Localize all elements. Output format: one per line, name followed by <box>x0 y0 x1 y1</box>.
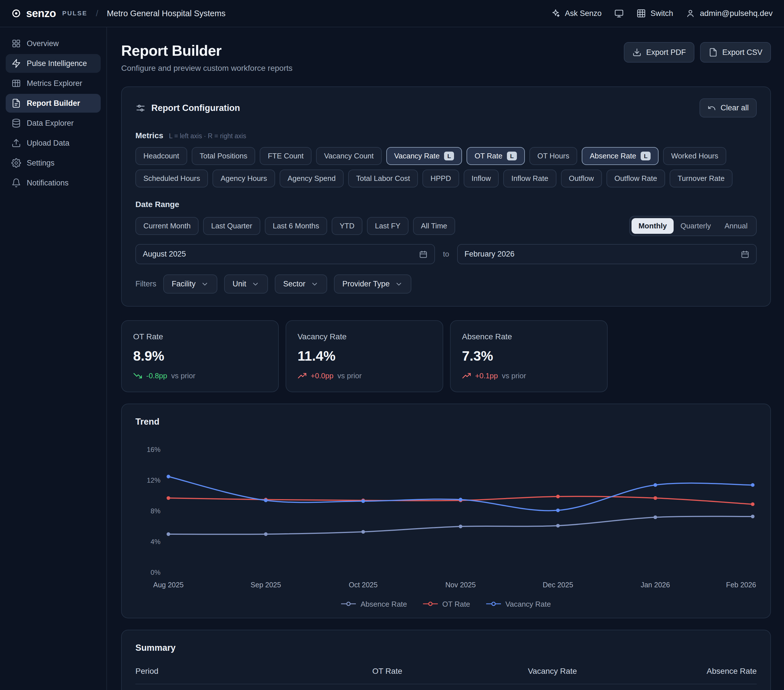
preset-current-month[interactable]: Current Month <box>135 217 199 235</box>
filter-unit[interactable]: Unit <box>224 275 268 293</box>
metric-chip-total-labor-cost[interactable]: Total Labor Cost <box>348 170 418 188</box>
chevron-down-icon <box>201 280 209 288</box>
report-configuration-card: Report Configuration Clear all Metrics L… <box>121 86 771 306</box>
metric-chip-outflow[interactable]: Outflow <box>561 170 602 188</box>
svg-text:Aug 2025: Aug 2025 <box>153 581 183 589</box>
metric-chip-label: Worked Hours <box>671 152 718 160</box>
metric-chip-outflow-rate[interactable]: Outflow Rate <box>606 170 665 188</box>
metric-chip-label: Absence Rate <box>590 152 636 160</box>
ask-senzo-button[interactable]: Ask Senzo <box>551 8 602 18</box>
metric-chip-label: Vacancy Count <box>324 152 374 160</box>
filter-sector[interactable]: Sector <box>275 275 327 293</box>
config-card-title: Report Configuration <box>152 103 240 113</box>
summary-title: Summary <box>135 643 757 653</box>
metric-chip-label: HPPD <box>430 174 451 183</box>
metric-chip-label: Vacancy Rate <box>394 152 440 160</box>
metric-chip-ot-hours[interactable]: OT Hours <box>529 147 577 165</box>
metric-chip-label: OT Hours <box>537 152 569 160</box>
date-presets: Current MonthLast QuarterLast 6 MonthsYT… <box>135 217 455 235</box>
kpi-card-absence-rate: Absence Rate7.3%+0.1ppvs prior <box>450 320 608 392</box>
metrics-section-label: Metrics L = left axis · R = right axis <box>135 131 757 140</box>
metric-chip-scheduled-hours[interactable]: Scheduled Hours <box>135 170 208 188</box>
sidebar-item-upload-data[interactable]: Upload Data <box>6 134 101 152</box>
metric-chip-hppd[interactable]: HPPD <box>422 170 459 188</box>
sidebar: OverviewPulse IntelligenceMetrics Explor… <box>0 27 107 690</box>
metric-chip-agency-spend[interactable]: Agency Spend <box>280 170 344 188</box>
metric-chip-ot-rate[interactable]: OT RateL <box>466 147 525 165</box>
sparkles-icon <box>551 8 560 18</box>
metric-chip-agency-hours[interactable]: Agency Hours <box>212 170 275 188</box>
metric-chip-turnover-rate[interactable]: Turnover Rate <box>670 170 733 188</box>
legend-item-vacancy-rate[interactable]: Vacancy Rate <box>486 600 551 609</box>
switch-button[interactable]: Switch <box>636 8 673 18</box>
sidebar-item-settings[interactable]: Settings <box>6 153 101 172</box>
preset-ytd[interactable]: YTD <box>332 217 362 235</box>
preset-last-quarter[interactable]: Last Quarter <box>203 217 260 235</box>
metric-chip-absence-rate[interactable]: Absence RateL <box>582 147 659 165</box>
data-point <box>751 483 755 487</box>
preset-last-fy[interactable]: Last FY <box>367 217 408 235</box>
preset-all-time[interactable]: All Time <box>413 217 455 235</box>
data-point <box>264 499 268 502</box>
metric-chip-label: Inflow <box>472 174 491 183</box>
granularity-annual[interactable]: Annual <box>718 218 754 234</box>
metric-chip-label: OT Rate <box>474 152 502 160</box>
filters-label: Filters <box>135 280 156 288</box>
filter-label: Unit <box>233 280 246 288</box>
date-range-label: Date Range <box>135 200 757 209</box>
sidebar-item-notifications[interactable]: Notifications <box>6 173 101 192</box>
sidebar-item-report-builder[interactable]: Report Builder <box>6 94 101 113</box>
preset-last-6-months[interactable]: Last 6 Months <box>265 217 327 235</box>
user-menu[interactable]: admin@pulsehq.dev <box>685 8 772 18</box>
granularity-quarterly[interactable]: Quarterly <box>674 218 718 234</box>
filter-provider-type[interactable]: Provider Type <box>334 275 411 293</box>
svg-text:8%: 8% <box>150 507 160 515</box>
sidebar-item-label: Metrics Explorer <box>27 79 82 88</box>
svg-text:Feb 2026: Feb 2026 <box>726 581 756 589</box>
metric-chip-label: Scheduled Hours <box>143 174 200 183</box>
sidebar-item-metrics-explorer[interactable]: Metrics Explorer <box>6 74 101 93</box>
metric-chip-inflow[interactable]: Inflow <box>464 170 499 188</box>
metric-chip-label: Total Labor Cost <box>356 174 410 183</box>
kpi-card-ot-rate: OT Rate8.9%-0.8ppvs prior <box>121 320 279 392</box>
metric-chip-worked-hours[interactable]: Worked Hours <box>663 147 726 165</box>
clear-all-button[interactable]: Clear all <box>700 99 757 117</box>
date-from-input[interactable]: August 2025 <box>135 244 435 264</box>
trend-up-icon <box>462 371 471 380</box>
filter-label: Facility <box>172 280 196 288</box>
display-button[interactable] <box>614 8 624 18</box>
export-pdf-button[interactable]: Export PDF <box>624 42 694 63</box>
kpi-cards: OT Rate8.9%-0.8ppvs priorVacancy Rate11.… <box>121 320 771 392</box>
series-line-vacancy-rate <box>168 477 753 511</box>
metric-chip-headcount[interactable]: Headcount <box>135 147 187 165</box>
svg-text:Dec 2025: Dec 2025 <box>543 581 573 589</box>
kpi-delta-suffix: vs prior <box>338 371 362 380</box>
data-point <box>654 496 657 500</box>
data-point <box>556 495 560 498</box>
granularity-toggle: MonthlyQuarterlyAnnual <box>629 216 757 236</box>
sidebar-item-data-explorer[interactable]: Data Explorer <box>6 114 101 133</box>
legend-marker <box>486 600 501 609</box>
metric-chip-fte-count[interactable]: FTE Count <box>260 147 311 165</box>
sidebar-item-pulse-intelligence[interactable]: Pulse Intelligence <box>6 54 101 73</box>
legend-item-absence-rate[interactable]: Absence Rate <box>341 600 407 609</box>
sidebar-item-overview[interactable]: Overview <box>6 34 101 53</box>
metric-chip-label: Total Positions <box>200 152 247 160</box>
summary-body: Aug 20259.7%12.5%5.0% <box>135 684 757 690</box>
grid-switch-icon <box>636 8 646 18</box>
granularity-monthly[interactable]: Monthly <box>631 218 674 234</box>
filter-facility[interactable]: Facility <box>163 275 217 293</box>
svg-text:Oct 2025: Oct 2025 <box>349 581 377 589</box>
legend-item-ot-rate[interactable]: OT Rate <box>423 600 470 609</box>
metric-chip-vacancy-rate[interactable]: Vacancy RateL <box>386 147 462 165</box>
date-to-input[interactable]: February 2026 <box>457 244 757 264</box>
dashboard-icon <box>12 39 21 48</box>
kpi-label: Absence Rate <box>462 332 596 341</box>
export-csv-button[interactable]: Export CSV <box>700 42 771 63</box>
legend-marker <box>341 600 356 609</box>
metric-chip-vacancy-count[interactable]: Vacancy Count <box>316 147 382 165</box>
metric-chip-inflow-rate[interactable]: Inflow Rate <box>503 170 556 188</box>
data-point <box>654 483 657 487</box>
kpi-delta-suffix: vs prior <box>171 371 196 380</box>
metric-chip-total-positions[interactable]: Total Positions <box>192 147 255 165</box>
